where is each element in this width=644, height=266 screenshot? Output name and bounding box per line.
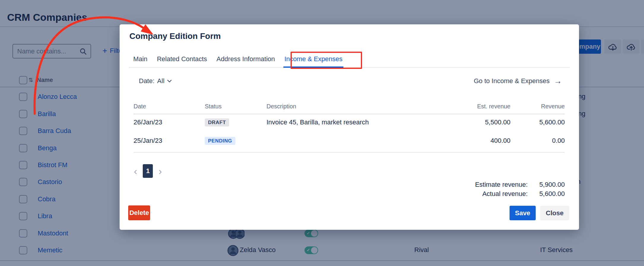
invoice-description: Invoice 45, Barilla, market research — [267, 118, 460, 126]
delete-button[interactable]: Delete — [128, 205, 150, 220]
estimate-revenue-value: 5,900.00 — [528, 181, 565, 189]
revenue-totals: Estimate revenue: 5,900.00 Actual revenu… — [475, 180, 565, 198]
tab-related-contacts[interactable]: Related Contacts — [156, 53, 208, 68]
estimate-revenue-label: Estimate revenue: — [475, 181, 528, 189]
tab-main[interactable]: Main — [132, 53, 148, 68]
invoice-row[interactable]: 25/Jan/23 PENDING 400.00 0.00 — [134, 132, 565, 150]
status-badge-pending: PENDING — [205, 137, 235, 145]
pagination-next-icon[interactable]: › — [157, 166, 163, 176]
col-header-status: Status — [205, 103, 267, 110]
col-header-description: Description — [267, 103, 460, 110]
modal-table-bottom-divider — [134, 152, 565, 153]
company-edition-form-modal: Company Edition Form Main Related Contac… — [120, 24, 579, 230]
actual-revenue-label: Actual revenue: — [482, 190, 528, 198]
tab-income-expenses[interactable]: Income & Expenses — [283, 53, 343, 68]
invoice-date: 25/Jan/23 — [134, 137, 205, 145]
pagination-prev-icon[interactable]: ‹ — [133, 166, 138, 176]
modal-tabs: Main Related Contacts Address Informatio… — [129, 53, 570, 68]
col-header-revenue: Revenue — [510, 103, 565, 110]
invoice-revenue: 5,600.00 — [510, 118, 565, 126]
arrow-right-icon: → — [554, 78, 562, 84]
chevron-down-icon — [167, 80, 172, 83]
invoice-est-revenue: 400.00 — [460, 137, 510, 145]
date-filter-dropdown[interactable]: Date: All — [139, 77, 172, 85]
invoice-revenue: 0.00 — [510, 137, 565, 145]
status-badge-draft: DRAFT — [205, 118, 229, 126]
col-header-date: Date — [134, 103, 205, 110]
date-filter-value: All — [157, 77, 164, 85]
modal-title: Company Edition Form — [129, 31, 221, 41]
go-to-income-expenses-link[interactable]: Go to Income & Expenses → — [474, 77, 562, 85]
save-button[interactable]: Save — [510, 206, 536, 220]
invoice-row[interactable]: 26/Jan/23 DRAFT Invoice 45, Barilla, mar… — [134, 113, 565, 132]
close-button[interactable]: Close — [540, 206, 569, 220]
col-header-est-revenue: Est. revenue — [460, 103, 510, 110]
tab-address-information[interactable]: Address Information — [215, 53, 276, 68]
pagination: ‹ 1 › — [133, 164, 163, 178]
invoice-est-revenue: 5,500.00 — [460, 118, 510, 126]
modal-table-header: Date Status Description Est. revenue Rev… — [134, 103, 565, 110]
actual-revenue-value: 5,600.00 — [528, 190, 565, 198]
pagination-page-1[interactable]: 1 — [143, 164, 153, 178]
crm-companies-page: CRM Companies + Filter Add Company ⇅ Nam… — [0, 0, 644, 266]
date-filter-label: Date: — [139, 77, 155, 85]
invoice-date: 26/Jan/23 — [134, 118, 205, 126]
